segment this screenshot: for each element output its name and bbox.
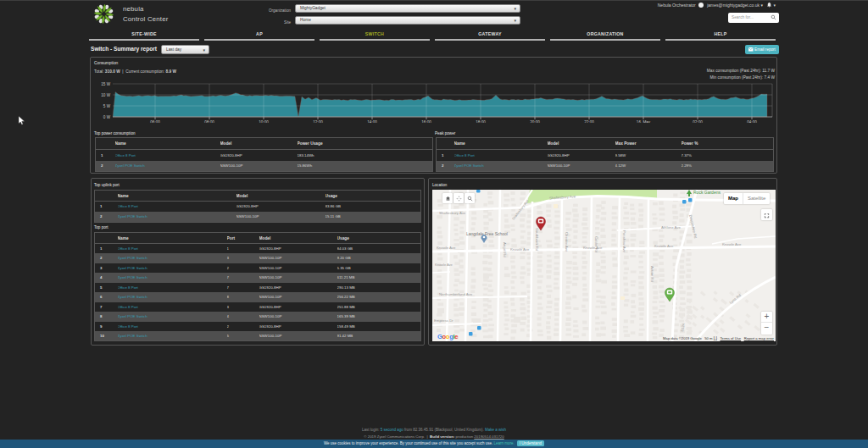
svg-text:16. May: 16. May bbox=[637, 120, 651, 123]
svg-text:04:00: 04:00 bbox=[747, 120, 757, 123]
svg-text:Knowle Ave: Knowle Ave bbox=[583, 246, 603, 250]
svg-text:Knowle Ave: Knowle Ave bbox=[654, 244, 674, 248]
svg-text:Chester Ave: Chester Ave bbox=[565, 232, 569, 252]
svg-text:Northumberland Ave: Northumberland Ave bbox=[439, 292, 473, 296]
svg-text:0 W: 0 W bbox=[103, 115, 111, 119]
svg-text:08:00: 08:00 bbox=[204, 120, 214, 123]
svg-text:Knowle Ave: Knowle Ave bbox=[510, 247, 530, 252]
svg-text:20:00: 20:00 bbox=[530, 120, 540, 123]
svg-text:Angel Rd: Angel Rd bbox=[503, 242, 507, 257]
svg-text:Knowle Ave: Knowle Ave bbox=[722, 242, 742, 246]
svg-text:Shaftesbury Ave: Shaftesbury Ave bbox=[439, 211, 466, 215]
svg-text:Knowle Ave: Knowle Ave bbox=[435, 263, 453, 267]
svg-text:Empress Dr: Empress Dr bbox=[434, 318, 453, 323]
svg-text:5 W: 5 W bbox=[103, 104, 111, 108]
svg-text:06:00: 06:00 bbox=[150, 120, 160, 123]
svg-text:Antrim Rd: Antrim Rd bbox=[650, 266, 654, 283]
svg-text:15 W: 15 W bbox=[101, 82, 110, 86]
svg-text:10:00: 10:00 bbox=[259, 120, 269, 123]
svg-text:Calder Rd: Calder Rd bbox=[594, 236, 598, 253]
svg-text:22:00: 22:00 bbox=[584, 120, 594, 123]
svg-text:Knowle Ave: Knowle Ave bbox=[437, 246, 456, 250]
svg-text:Athlone Ave: Athlone Ave bbox=[661, 225, 681, 230]
svg-text:Langdale Free School: Langdale Free School bbox=[466, 231, 508, 236]
svg-text:16:00: 16:00 bbox=[421, 120, 431, 123]
svg-text:10 W: 10 W bbox=[101, 93, 110, 97]
svg-text:Penshaw Ave: Penshaw Ave bbox=[622, 230, 626, 253]
svg-text:02:00: 02:00 bbox=[693, 120, 703, 123]
svg-text:14:00: 14:00 bbox=[367, 120, 377, 123]
svg-text:Southbank Rd: Southbank Rd bbox=[535, 228, 539, 252]
svg-text:18:00: 18:00 bbox=[476, 120, 486, 123]
svg-text:Rock Gardens: Rock Gardens bbox=[693, 190, 721, 195]
svg-text:12:00: 12:00 bbox=[313, 120, 323, 123]
